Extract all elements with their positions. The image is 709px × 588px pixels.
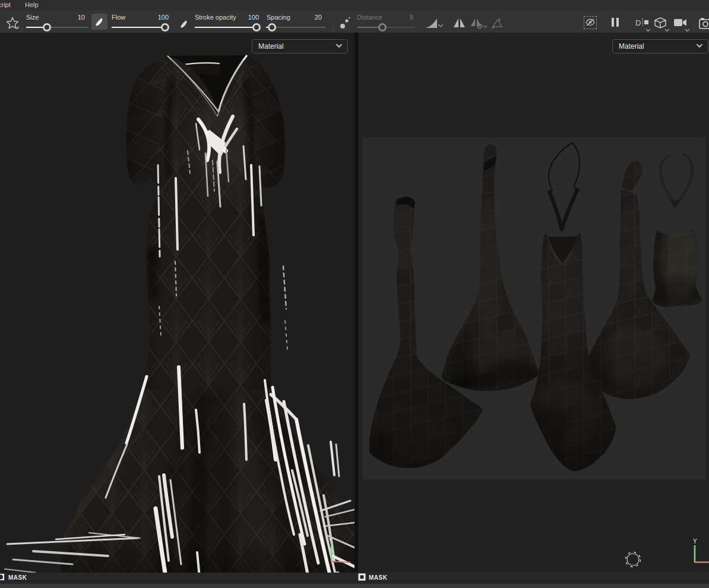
svg-text:D: D (635, 18, 641, 27)
svg-text:Y: Y (693, 538, 697, 545)
svg-text:Y: Y (328, 537, 332, 543)
